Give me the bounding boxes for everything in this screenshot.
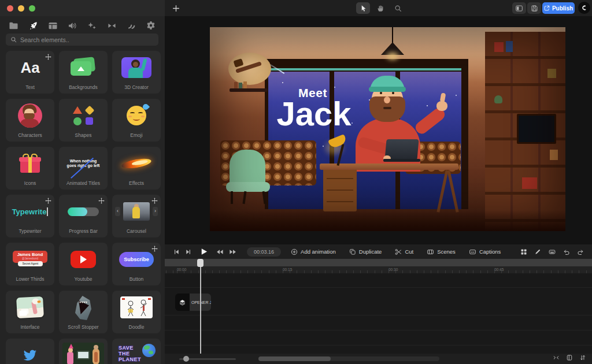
timeline-scrollbar[interactable] [258, 356, 439, 361]
card-icons[interactable]: Icons [6, 147, 54, 190]
scenes-button[interactable]: Scenes [427, 248, 456, 255]
card-label: Shapes [59, 132, 108, 138]
sidebar-tab-audio[interactable] [65, 19, 80, 32]
card-scroll-stopper[interactable]: Scroll Stopper [59, 291, 108, 333]
playhead-handle[interactable] [197, 259, 204, 267]
earth-icon [142, 344, 156, 357]
playback-control-bar: 00:03.16 Add animation Duplicate Cut Sce… [165, 244, 592, 259]
scrollbar-thumb[interactable] [258, 356, 331, 361]
card-twitter[interactable] [6, 339, 54, 364]
card-animated-titles[interactable]: When nothing goes right go left Animated… [59, 147, 108, 190]
export-icon [544, 5, 550, 11]
emoji-icon [127, 106, 146, 125]
sidebar-tab-projects[interactable] [6, 19, 21, 32]
zoom-window-button[interactable] [29, 5, 35, 12]
publish-button[interactable]: Publish [542, 2, 575, 14]
play-button[interactable] [199, 247, 208, 256]
card-interface[interactable]: Interface [6, 291, 54, 333]
card-progress-bar[interactable]: Progress Bar [59, 195, 108, 237]
card-label: Interface [6, 324, 54, 330]
sidebar-tab-colors[interactable] [124, 19, 139, 32]
add-scene-button[interactable] [169, 2, 183, 14]
doodle-thumbnail [120, 296, 153, 318]
add-animation-button[interactable]: Add animation [291, 248, 336, 255]
panel-layout-button[interactable] [566, 354, 573, 361]
plus-icon [172, 5, 180, 12]
wall-shelf [230, 88, 268, 92]
circle-plus-icon [291, 248, 298, 255]
sidebar-tab-transitions[interactable] [104, 19, 119, 32]
captions-icon [469, 248, 476, 255]
close-window-button[interactable] [7, 5, 13, 12]
avatar-logo-icon [580, 4, 588, 12]
card-typewriter[interactable]: Typewrite Typewriter [6, 195, 54, 237]
clip-layers-button[interactable] [175, 294, 190, 311]
search-input[interactable] [20, 36, 147, 43]
timeline-ruler[interactable]: 00:00 00:15 00:30 00:45 [165, 266, 592, 273]
select-tool-button[interactable] [356, 2, 370, 14]
timeline-tracks[interactable] [165, 273, 592, 354]
undo-button[interactable] [563, 248, 570, 255]
card-label: Progress Bar [59, 228, 108, 234]
card-text[interactable]: Aa Text [6, 51, 54, 94]
sidebar-tab-elements[interactable] [25, 19, 40, 32]
sidebar-nav [6, 18, 158, 32]
ruler-tick-label: 00:15 [283, 268, 292, 272]
search-tool-button[interactable] [391, 2, 405, 14]
cut-button[interactable]: Cut [395, 248, 413, 255]
marker-tool-button[interactable] [534, 248, 541, 255]
save-button[interactable] [527, 2, 541, 14]
card-carousel[interactable]: ‹› Carousel [112, 195, 161, 237]
card-backgrounds[interactable]: Backgrounds [59, 51, 108, 94]
zoom-slider-knob[interactable] [183, 356, 189, 362]
save-planet-thumbnail: SAVE THE PLANET [116, 343, 157, 364]
title-text-main[interactable]: Jack [256, 94, 372, 133]
move-icon [98, 198, 105, 204]
sort-tracks-button[interactable] [579, 354, 586, 361]
pan-tool-button[interactable] [373, 2, 387, 14]
templates-icon [48, 21, 58, 30]
fast-forward-button[interactable] [229, 248, 237, 255]
duplicate-button[interactable]: Duplicate [349, 248, 382, 255]
redo-button[interactable] [577, 248, 584, 255]
account-avatar[interactable] [578, 2, 590, 14]
card-label: Emoji [112, 132, 161, 138]
sidebar-tab-magic[interactable] [84, 19, 99, 32]
skip-end-button[interactable] [185, 248, 192, 255]
progress-bar-icon [68, 207, 99, 216]
grid-view-button[interactable] [520, 248, 527, 255]
duplicate-icon [349, 248, 356, 255]
card-emoji[interactable]: Emoji [112, 99, 161, 142]
minimize-window-button[interactable] [18, 5, 24, 12]
main-area: Meet Jack 00:03.16 Add animation Duplica… [165, 16, 592, 364]
skip-start-button[interactable] [173, 248, 180, 255]
folder-icon [9, 21, 18, 30]
sidebar-tab-settings[interactable] [143, 19, 158, 32]
sidebar-tab-templates[interactable] [45, 19, 60, 32]
scene-background: Meet Jack [210, 27, 565, 231]
captions-button[interactable]: Captions [469, 248, 501, 255]
scenes-icon [427, 248, 434, 255]
cursor-icon [360, 5, 367, 12]
keyboard-shortcuts-button[interactable] [548, 248, 556, 255]
card-characters[interactable]: Characters [6, 99, 54, 142]
window-controls [7, 5, 35, 12]
side-panel-icon [515, 5, 523, 12]
card-save-the-planet[interactable]: SAVE THE PLANET [112, 339, 161, 364]
rewind-button[interactable] [216, 248, 224, 255]
card-effects[interactable]: Effects [112, 147, 161, 190]
card-label: Text [6, 84, 54, 90]
timeline-scrub-strip[interactable] [165, 259, 592, 266]
video-preview-canvas[interactable]: Meet Jack [210, 27, 565, 231]
card-doodle[interactable]: Doodle [112, 291, 161, 333]
save-icon [531, 5, 538, 12]
card-lower-thirds[interactable]: James Bond@Jamesbond Secret Agent Lower … [6, 243, 54, 285]
search-icon [10, 36, 17, 43]
collapse-timeline-button[interactable] [553, 354, 560, 361]
card-3d-creator[interactable]: 3D Creator [112, 51, 161, 94]
card-party[interactable] [59, 339, 108, 364]
card-button[interactable]: Subscribe Button [112, 243, 161, 285]
toggle-panel-button[interactable] [512, 2, 526, 14]
card-youtube[interactable]: Youtube [59, 243, 108, 285]
card-shapes[interactable]: Shapes [59, 99, 108, 142]
